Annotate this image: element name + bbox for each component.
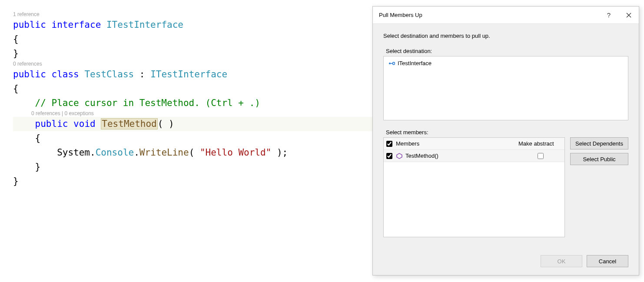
select-public-button[interactable]: Select Public <box>570 153 628 165</box>
code-line: // Place cursor in TestMethod. (Ctrl + .… <box>13 96 372 110</box>
svg-marker-3 <box>397 153 402 159</box>
destination-item[interactable]: ITestInterface <box>387 59 624 67</box>
dialog-body: Select destination and members to pull u… <box>373 24 639 248</box>
type-name: ITestInterface <box>150 69 227 80</box>
keyword-interface: interface <box>52 20 101 30</box>
code-line: } <box>13 46 372 61</box>
keyword-void: void <box>73 119 96 129</box>
help-button[interactable]: ? <box>599 7 619 24</box>
col-members-header[interactable]: Members <box>395 140 517 147</box>
dialog-instruction: Select destination and members to pull u… <box>383 33 628 39</box>
keyword-public: public <box>35 119 68 129</box>
type-name: TestClass <box>84 69 134 80</box>
identifier: System <box>57 147 90 158</box>
comment: // Place cursor in TestMethod. (Ctrl + .… <box>35 98 260 108</box>
cancel-button[interactable]: Cancel <box>587 255 628 267</box>
select-dependents-button[interactable]: Select Dependents <box>570 137 628 149</box>
keyword-public: public <box>13 69 46 80</box>
keyword-public: public <box>13 20 46 30</box>
pull-members-up-dialog: Pull Members Up ? Select destination and… <box>372 6 639 275</box>
members-label: Select members: <box>386 129 628 136</box>
code-line: public class TestClass : ITestInterface <box>13 67 372 82</box>
codelens-references[interactable]: 0 references | 0 exceptions <box>13 110 372 117</box>
code-line: { <box>13 131 372 146</box>
header-checkbox-cell <box>384 141 395 147</box>
ok-button[interactable]: OK <box>541 255 582 267</box>
type-name: Console <box>96 147 134 158</box>
method-name-highlighted: TestMethod <box>101 118 157 129</box>
col-abstract-header[interactable]: Make abstract <box>517 140 564 147</box>
member-include-checkbox[interactable] <box>386 153 392 159</box>
destination-item-label: ITestInterface <box>398 60 432 66</box>
help-icon: ? <box>607 11 611 19</box>
code-line-current: public void TestMethod( ) <box>13 117 372 131</box>
method-name: WriteLine <box>139 147 189 158</box>
make-abstract-checkbox[interactable] <box>538 153 544 159</box>
destination-list[interactable]: ITestInterface <box>383 56 628 120</box>
keyword-class: class <box>52 69 79 80</box>
code-line: System.Console.WriteLine( "Hello World" … <box>13 146 372 160</box>
members-table-header: Members Make abstract <box>384 138 564 150</box>
svg-point-0 <box>389 63 391 64</box>
members-table[interactable]: Members Make abstract TestMethod() <box>383 137 565 237</box>
close-button[interactable] <box>619 7 639 24</box>
select-all-checkbox[interactable] <box>386 141 392 147</box>
dialog-footer: OK Cancel <box>373 248 639 275</box>
member-name: TestMethod() <box>405 153 438 159</box>
code-editor[interactable]: 1 reference public interface ITestInterf… <box>0 0 372 282</box>
code-line: { <box>13 32 372 46</box>
code-line: } <box>13 174 372 189</box>
destination-label: Select destination: <box>386 48 628 54</box>
dialog-title: Pull Members Up <box>379 12 599 18</box>
interface-icon <box>388 60 395 66</box>
member-selection-buttons: Select Dependents Select Public <box>570 137 628 237</box>
close-icon <box>626 13 631 18</box>
method-icon <box>396 153 403 159</box>
codelens-references[interactable]: 0 references <box>13 61 372 67</box>
code-line: } <box>13 160 372 174</box>
codelens-references[interactable]: 1 reference <box>13 11 372 18</box>
parens: ( ) <box>158 119 174 129</box>
code-line: { <box>13 82 372 96</box>
type-name: ITestInterface <box>106 20 183 30</box>
svg-point-2 <box>392 62 395 64</box>
member-row[interactable]: TestMethod() <box>384 150 564 162</box>
code-line: public interface ITestInterface <box>13 18 372 32</box>
dialog-titlebar[interactable]: Pull Members Up ? <box>373 7 639 24</box>
string-literal: "Hello World" <box>200 147 271 158</box>
